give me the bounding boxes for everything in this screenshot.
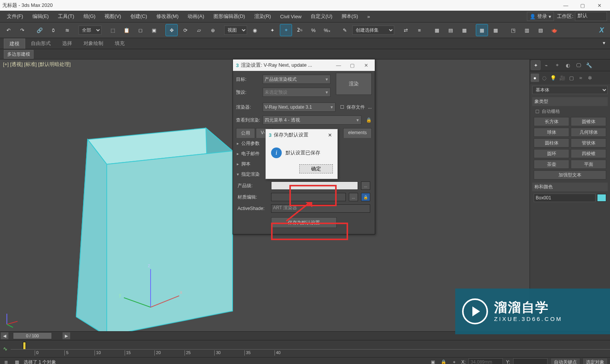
align-icon[interactable]: ≡ [413,24,425,36]
ribbon-toggle-icon[interactable]: ▦ [458,24,470,36]
dialog-maximize-icon[interactable]: ▢ [347,59,358,71]
render-button[interactable]: 渲染 [336,73,372,95]
primitive-category-select[interactable]: 基本体 [532,86,608,94]
menu-create[interactable]: 创建(C) [126,11,152,22]
mat-browse-button[interactable]: ... [349,193,358,201]
manipulate-icon[interactable]: ✦ [266,24,278,36]
menu-view[interactable]: 视图(V) [100,11,125,22]
menu-customize[interactable]: 自定义(U) [306,11,337,22]
object-color-swatch[interactable] [597,194,606,202]
layer-explorer-icon[interactable]: ▤ [445,24,457,36]
primitive-pyramid-button[interactable]: 四棱锥 [571,149,606,158]
menu-modifiers[interactable]: 修改器(M) [152,11,183,22]
menu-group[interactable]: 组(G) [79,11,100,22]
primitive-textplus-button[interactable]: 加强型文本 [534,170,606,180]
ribbon-tab-modeling[interactable]: 建模 [4,38,25,49]
create-systems-icon[interactable]: ✲ [586,74,594,82]
checkbox-icon[interactable]: ☐ [535,109,539,114]
primitive-cone-button[interactable]: 圆锥体 [571,117,606,126]
primitive-tube-button[interactable]: 管状体 [571,138,606,148]
create-geometry-icon[interactable]: ● [531,74,539,82]
selection-filter-select[interactable]: 全部 [79,26,101,35]
x-tool-icon[interactable]: X [596,24,608,36]
time-thumb[interactable]: 0 / 100 [13,332,52,339]
create-lights-icon[interactable]: 💡 [549,74,557,82]
window-maximize-icon[interactable]: ▢ [574,0,591,11]
primitive-teapot-button[interactable]: 茶壶 [534,160,569,169]
unlink-icon[interactable]: ⧮ [47,24,59,36]
menu-graph-editors[interactable]: 图形编辑器(D) [209,11,250,22]
tab-common[interactable]: 公用 [236,128,255,138]
select-name-icon[interactable]: 📋 [120,24,133,36]
save-default-button[interactable]: 保存为默认设置 [271,217,337,228]
link-icon[interactable]: 🔗 [34,24,46,36]
info-close-icon[interactable]: ✕ [325,132,334,138]
ok-button[interactable]: 确定 [299,164,333,173]
isolate-icon[interactable]: ▣ [429,358,437,364]
ribbon-tab-populate[interactable]: 填充 [109,38,130,49]
mat-lock-icon[interactable]: 🔒 [361,193,370,201]
render-icon[interactable]: 🫖 [548,24,560,36]
create-spacewarps-icon[interactable]: ≈ [576,74,585,82]
create-cameras-icon[interactable]: 🎥 [558,74,567,82]
curve-editor-icon[interactable]: ▦ [476,24,488,36]
bind-spacewarp-icon[interactable]: ≋ [61,24,73,36]
panel-tab-motion-icon[interactable]: ◐ [563,60,573,70]
undo-icon[interactable]: ↶ [2,24,14,36]
spinner-snap-icon[interactable]: %ₓ [321,24,333,36]
reference-coord-select[interactable]: 视图 [224,26,247,35]
redo-icon[interactable]: ↷ [16,24,28,36]
key-marker-icon[interactable] [23,342,26,350]
primitive-geosphere-button[interactable]: 几何球体 [571,128,606,137]
coord-x-input[interactable] [469,358,503,364]
ribbon-minimize-icon[interactable]: ▾ [598,37,610,49]
window-minimize-icon[interactable]: — [557,0,574,11]
snap-toggle-icon[interactable]: ⌖ [280,24,292,36]
scale-icon[interactable]: ▱ [193,24,205,36]
mirror-icon[interactable]: ⇄ [400,24,412,36]
schematic-view-icon[interactable]: ▦ [490,24,502,36]
edit-named-sel-icon[interactable]: ✎ [339,24,351,36]
dialog-close-icon[interactable]: ✕ [360,59,372,71]
checkbox-icon[interactable]: ☐ [340,104,344,110]
script-listener-icon[interactable]: ≣ [2,358,10,364]
menu-civil-view[interactable]: Civil View [276,11,306,22]
menu-tools[interactable]: 工具(T) [53,11,79,22]
primitive-box-button[interactable]: 长方体 [534,117,569,126]
dialog-minimize-icon[interactable]: — [333,59,344,71]
panel-tab-utilities-icon[interactable]: 🔧 [584,60,594,70]
material-editor-icon[interactable]: ◳ [507,24,519,36]
select-rect-icon[interactable]: ◻ [134,24,146,36]
layers-icon[interactable]: ▦ [431,24,443,36]
view-select[interactable]: 四元菜单 4 - 透视 [263,115,361,125]
more-icon[interactable]: ... [368,104,372,110]
window-close-icon[interactable]: ✕ [591,0,608,11]
create-shapes-icon[interactable]: ◌ [540,74,548,82]
renderer-select[interactable]: V-Ray Next, update 3.1 [263,103,336,112]
render-frame-icon[interactable]: ▧ [535,24,547,36]
target-select[interactable]: 产品级渲染模式 [263,75,331,84]
panel-tab-display-icon[interactable]: 🖵 [573,60,583,70]
menu-animation[interactable]: 动画(A) [183,11,209,22]
select-icon[interactable]: ⬚ [107,24,119,36]
menu-render[interactable]: 渲染(R) [250,11,276,22]
tab-elements[interactable]: elements [343,128,372,138]
track-curve-icon[interactable]: ∿ [3,346,8,352]
auto-key-button[interactable]: 自动关键点 [551,358,580,364]
time-next-button[interactable]: ▶ [63,332,70,339]
snap-lock-icon[interactable]: ⌖ [451,358,458,364]
panel-tab-hierarchy-icon[interactable]: ⌖ [552,60,562,70]
primitive-torus-button[interactable]: 圆环 [534,149,569,158]
coord-y-input[interactable] [513,358,547,364]
create-helpers-icon[interactable]: ▢ [567,74,576,82]
track-toggle-icon[interactable]: ▦ [13,358,21,364]
menu-edit[interactable]: 编辑(E) [28,11,53,22]
preset-select[interactable]: 未选定预设 [263,88,331,97]
panel-tab-modify-icon[interactable]: ⌁ [541,60,551,70]
angle-snap-icon[interactable]: 2½ [294,24,306,36]
login-button[interactable]: 👤 登录 ▾ [527,12,554,21]
primitive-cylinder-button[interactable]: 圆柱体 [534,138,569,148]
menu-file[interactable]: 文件(F) [2,11,28,22]
ribbon-tab-freeform[interactable]: 自由形式 [25,38,56,49]
rotate-icon[interactable]: ⟳ [179,24,191,36]
